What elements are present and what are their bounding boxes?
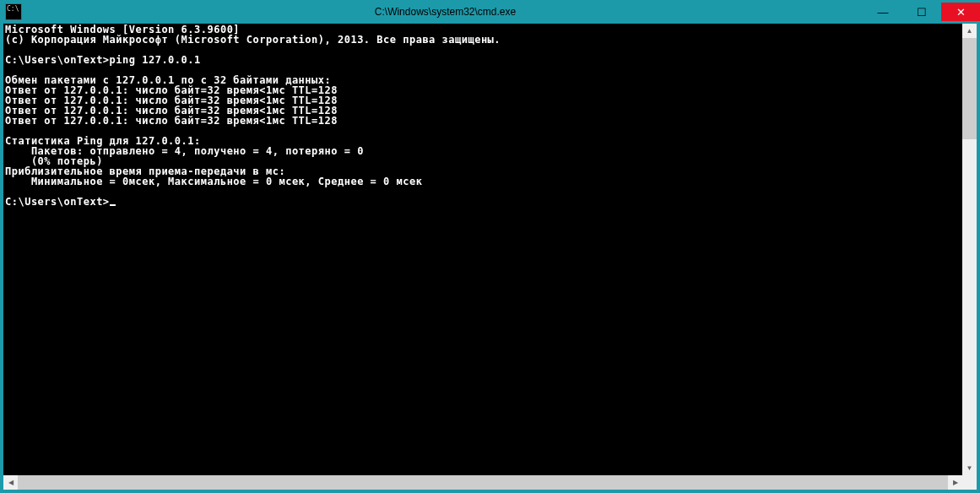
horizontal-scrollbar[interactable]: ◀ ▶ — [3, 475, 977, 490]
cmd-window: C:\Windows\system32\cmd.exe — ☐ ✕ Micros… — [0, 0, 980, 493]
scroll-left-arrow-icon[interactable]: ◀ — [3, 475, 18, 490]
scroll-down-arrow-icon[interactable]: ▼ — [962, 461, 977, 475]
window-buttons: — ☐ ✕ — [864, 3, 980, 21]
maximize-button[interactable]: ☐ — [902, 3, 941, 21]
horizontal-scroll-thumb[interactable] — [18, 475, 948, 490]
vertical-scrollbar[interactable]: ▲ ▼ — [962, 24, 977, 475]
window-title: C:\Windows\system32\cmd.exe — [27, 6, 864, 18]
scroll-up-arrow-icon[interactable]: ▲ — [962, 24, 977, 38]
vertical-scroll-track[interactable] — [962, 38, 977, 461]
scrollbar-corner — [962, 475, 977, 490]
console-output[interactable]: Microsoft Windows [Version 6.3.9600] (c)… — [3, 24, 962, 475]
system-menu-icon[interactable] — [5, 3, 22, 20]
client-area: Microsoft Windows [Version 6.3.9600] (c)… — [3, 24, 977, 490]
minimize-button[interactable]: — — [864, 3, 902, 21]
vertical-scroll-thumb[interactable] — [962, 38, 977, 139]
close-button[interactable]: ✕ — [941, 3, 980, 21]
scroll-right-arrow-icon[interactable]: ▶ — [948, 475, 962, 490]
text-cursor — [110, 204, 116, 206]
horizontal-scroll-track[interactable] — [18, 475, 948, 490]
titlebar[interactable]: C:\Windows\system32\cmd.exe — ☐ ✕ — [0, 0, 980, 24]
scroll-wrap: Microsoft Windows [Version 6.3.9600] (c)… — [3, 24, 977, 475]
